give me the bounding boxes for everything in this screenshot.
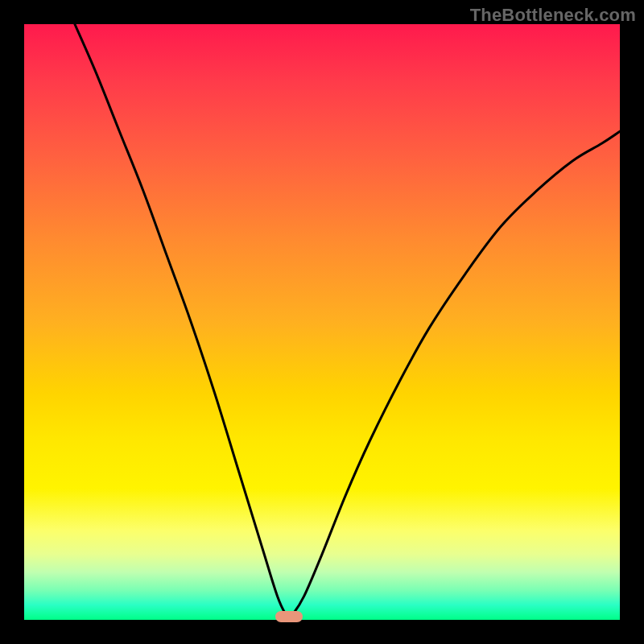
min-marker: [275, 611, 303, 622]
chart-frame: TheBottleneck.com: [0, 0, 644, 644]
notch-curve: [75, 24, 620, 617]
curve-layer: [24, 24, 620, 620]
plot-area: [24, 24, 620, 620]
watermark-text: TheBottleneck.com: [470, 5, 636, 26]
